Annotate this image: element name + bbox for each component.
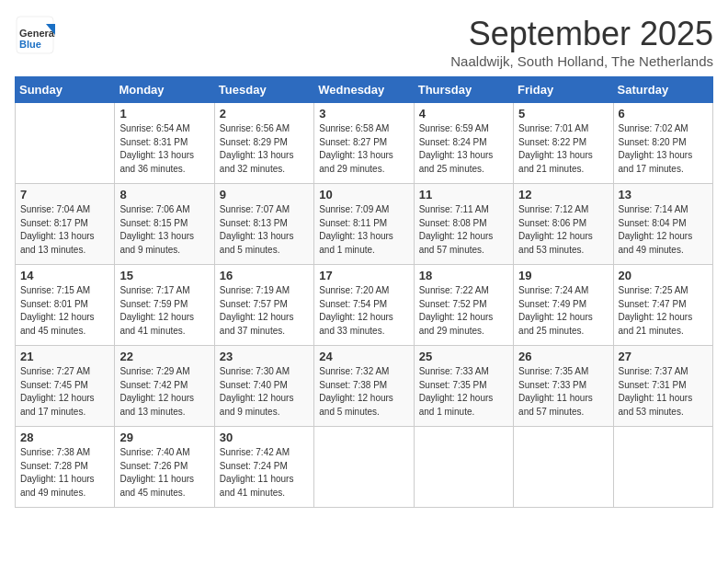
day-number: 15 [119, 269, 209, 282]
calendar-cell: 19Sunrise: 7:24 AMSunset: 7:49 PMDayligh… [514, 265, 613, 346]
day-info: Sunrise: 7:27 AMSunset: 7:45 PMDaylight:… [20, 365, 109, 419]
calendar-cell: 4Sunrise: 6:59 AMSunset: 8:24 PMDaylight… [414, 103, 513, 184]
day-number: 26 [518, 350, 608, 363]
calendar-cell [414, 427, 513, 508]
calendar-cell: 17Sunrise: 7:20 AMSunset: 7:54 PMDayligh… [314, 265, 414, 346]
day-number: 8 [119, 188, 209, 201]
col-header-thursday: Thursday [414, 77, 513, 103]
col-header-wednesday: Wednesday [314, 77, 414, 103]
day-info: Sunrise: 7:02 AMSunset: 8:20 PMDaylight:… [619, 122, 708, 176]
day-info: Sunrise: 7:09 AMSunset: 8:11 PMDaylight:… [319, 203, 408, 257]
day-number: 9 [220, 188, 309, 201]
day-info: Sunrise: 6:54 AMSunset: 8:31 PMDaylight:… [119, 122, 209, 176]
day-info: Sunrise: 7:11 AMSunset: 8:08 PMDaylight:… [419, 203, 508, 257]
day-info: Sunrise: 7:30 AMSunset: 7:40 PMDaylight:… [220, 365, 309, 419]
day-number: 27 [619, 350, 708, 363]
month-title: September 2025 [450, 15, 713, 53]
page-header: General Blue September 2025 Naaldwijk, S… [15, 15, 713, 69]
day-info: Sunrise: 7:04 AMSunset: 8:17 PMDaylight:… [20, 203, 109, 257]
calendar-cell: 26Sunrise: 7:35 AMSunset: 7:33 PMDayligh… [514, 346, 613, 427]
calendar-cell: 29Sunrise: 7:40 AMSunset: 7:26 PMDayligh… [115, 427, 214, 508]
col-header-sunday: Sunday [16, 77, 115, 103]
day-info: Sunrise: 7:35 AMSunset: 7:33 PMDaylight:… [518, 365, 608, 419]
calendar-cell: 27Sunrise: 7:37 AMSunset: 7:31 PMDayligh… [613, 346, 712, 427]
calendar-cell: 18Sunrise: 7:22 AMSunset: 7:52 PMDayligh… [414, 265, 513, 346]
day-info: Sunrise: 7:32 AMSunset: 7:38 PMDaylight:… [319, 365, 408, 419]
calendar-cell [314, 427, 414, 508]
logo-icon: General Blue [15, 15, 55, 55]
day-number: 24 [319, 350, 408, 363]
calendar-cell: 16Sunrise: 7:19 AMSunset: 7:57 PMDayligh… [214, 265, 313, 346]
day-number: 21 [20, 350, 109, 363]
day-info: Sunrise: 7:22 AMSunset: 7:52 PMDaylight:… [419, 284, 508, 338]
day-info: Sunrise: 7:24 AMSunset: 7:49 PMDaylight:… [518, 284, 608, 338]
day-number: 28 [20, 431, 109, 444]
col-header-friday: Friday [514, 77, 613, 103]
day-number: 4 [419, 107, 508, 121]
day-info: Sunrise: 7:14 AMSunset: 8:04 PMDaylight:… [619, 203, 708, 257]
day-number: 30 [220, 431, 309, 444]
svg-text:Blue: Blue [19, 39, 41, 50]
col-header-monday: Monday [115, 77, 214, 103]
calendar-cell [16, 103, 115, 184]
day-info: Sunrise: 6:56 AMSunset: 8:29 PMDaylight:… [220, 122, 309, 176]
day-number: 7 [20, 188, 109, 201]
day-number: 25 [419, 350, 508, 363]
day-number: 22 [119, 350, 209, 363]
day-number: 19 [518, 269, 608, 282]
calendar-cell: 23Sunrise: 7:30 AMSunset: 7:40 PMDayligh… [214, 346, 313, 427]
day-number: 5 [518, 107, 608, 121]
day-info: Sunrise: 7:12 AMSunset: 8:06 PMDaylight:… [518, 203, 608, 257]
day-number: 1 [119, 107, 209, 121]
calendar-cell: 22Sunrise: 7:29 AMSunset: 7:42 PMDayligh… [115, 346, 214, 427]
calendar-cell: 14Sunrise: 7:15 AMSunset: 8:01 PMDayligh… [16, 265, 115, 346]
calendar-cell: 13Sunrise: 7:14 AMSunset: 8:04 PMDayligh… [613, 184, 712, 265]
calendar-cell: 30Sunrise: 7:42 AMSunset: 7:24 PMDayligh… [214, 427, 313, 508]
day-info: Sunrise: 7:19 AMSunset: 7:57 PMDaylight:… [220, 284, 309, 338]
calendar-cell [613, 427, 712, 508]
day-number: 29 [119, 431, 209, 444]
day-info: Sunrise: 7:25 AMSunset: 7:47 PMDaylight:… [619, 284, 708, 338]
calendar-cell [514, 427, 613, 508]
day-info: Sunrise: 6:59 AMSunset: 8:24 PMDaylight:… [419, 122, 508, 176]
day-info: Sunrise: 6:58 AMSunset: 8:27 PMDaylight:… [319, 122, 408, 176]
calendar-cell: 6Sunrise: 7:02 AMSunset: 8:20 PMDaylight… [613, 103, 712, 184]
day-info: Sunrise: 7:33 AMSunset: 7:35 PMDaylight:… [419, 365, 508, 419]
day-info: Sunrise: 7:42 AMSunset: 7:24 PMDaylight:… [220, 446, 309, 500]
day-number: 6 [619, 107, 708, 121]
day-info: Sunrise: 7:20 AMSunset: 7:54 PMDaylight:… [319, 284, 408, 338]
day-number: 3 [319, 107, 408, 121]
logo: General Blue [15, 15, 55, 55]
calendar-cell: 8Sunrise: 7:06 AMSunset: 8:15 PMDaylight… [115, 184, 214, 265]
day-info: Sunrise: 7:37 AMSunset: 7:31 PMDaylight:… [619, 365, 708, 419]
day-number: 17 [319, 269, 408, 282]
col-header-saturday: Saturday [613, 77, 712, 103]
calendar-cell: 3Sunrise: 6:58 AMSunset: 8:27 PMDaylight… [314, 103, 414, 184]
day-number: 10 [319, 188, 408, 201]
day-number: 13 [619, 188, 708, 201]
calendar-cell: 9Sunrise: 7:07 AMSunset: 8:13 PMDaylight… [214, 184, 313, 265]
calendar-cell: 1Sunrise: 6:54 AMSunset: 8:31 PMDaylight… [115, 103, 214, 184]
calendar-cell: 12Sunrise: 7:12 AMSunset: 8:06 PMDayligh… [514, 184, 613, 265]
svg-text:General: General [19, 28, 55, 39]
calendar-cell: 7Sunrise: 7:04 AMSunset: 8:17 PMDaylight… [16, 184, 115, 265]
day-number: 2 [220, 107, 309, 121]
calendar-cell: 21Sunrise: 7:27 AMSunset: 7:45 PMDayligh… [16, 346, 115, 427]
title-block: September 2025 Naaldwijk, South Holland,… [450, 15, 713, 69]
location: Naaldwijk, South Holland, The Netherland… [450, 53, 713, 69]
calendar-cell: 10Sunrise: 7:09 AMSunset: 8:11 PMDayligh… [314, 184, 414, 265]
calendar-cell: 2Sunrise: 6:56 AMSunset: 8:29 PMDaylight… [214, 103, 313, 184]
col-header-tuesday: Tuesday [214, 77, 313, 103]
calendar-table: SundayMondayTuesdayWednesdayThursdayFrid… [15, 76, 713, 508]
day-number: 16 [220, 269, 309, 282]
day-info: Sunrise: 7:01 AMSunset: 8:22 PMDaylight:… [518, 122, 608, 176]
day-number: 20 [619, 269, 708, 282]
day-info: Sunrise: 7:40 AMSunset: 7:26 PMDaylight:… [119, 446, 209, 500]
day-number: 14 [20, 269, 109, 282]
day-info: Sunrise: 7:38 AMSunset: 7:28 PMDaylight:… [20, 446, 109, 500]
day-info: Sunrise: 7:06 AMSunset: 8:15 PMDaylight:… [119, 203, 209, 257]
calendar-cell: 20Sunrise: 7:25 AMSunset: 7:47 PMDayligh… [613, 265, 712, 346]
day-info: Sunrise: 7:29 AMSunset: 7:42 PMDaylight:… [119, 365, 209, 419]
calendar-cell: 25Sunrise: 7:33 AMSunset: 7:35 PMDayligh… [414, 346, 513, 427]
day-number: 11 [419, 188, 508, 201]
